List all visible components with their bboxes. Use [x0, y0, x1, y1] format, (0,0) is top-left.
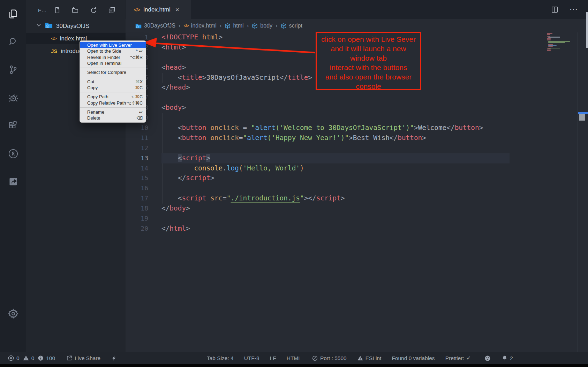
menu-separator: [80, 68, 146, 68]
language-status[interactable]: HTML: [287, 355, 301, 361]
eslint-status[interactable]: ESLint: [357, 355, 382, 361]
code-line-8: 8<body>: [126, 103, 588, 113]
tree-folder-30daysofjs[interactable]: 30DaysOfJS: [26, 21, 126, 31]
breadcrumb-item-30daysofjs[interactable]: 30DaysOfJS: [135, 23, 175, 29]
tab-index-html[interactable]: </> index.html ×: [126, 0, 191, 19]
line-number: 20: [126, 224, 148, 234]
new-folder-icon[interactable]: [71, 6, 80, 14]
breadcrumb-item-html[interactable]: html: [225, 23, 243, 29]
code-line-15: 15 </script>: [126, 173, 588, 183]
encoding-status[interactable]: UTF-8: [244, 355, 259, 361]
breadcrumb-separator: ›: [247, 22, 249, 29]
menu-item-copy-path[interactable]: Copy Path⌥⌘C: [80, 94, 146, 100]
variables-status[interactable]: Found 0 variables: [392, 355, 435, 361]
tab-label: index.html: [143, 6, 170, 13]
warning-icon: [23, 355, 29, 361]
editor-scrollbar[interactable]: [586, 12, 588, 48]
minimap[interactable]: [547, 33, 578, 54]
collapse-all-icon[interactable]: [108, 6, 116, 14]
breadcrumb-item-index-html[interactable]: </>index.html: [183, 23, 216, 29]
port-status[interactable]: Port : 5500: [312, 355, 347, 361]
tab-size-status[interactable]: Tab Size: 4: [207, 355, 234, 361]
line-number: 16: [126, 183, 148, 193]
notifications-status[interactable]: 2: [502, 355, 513, 361]
menu-shortcut: ↩: [139, 109, 143, 115]
explorer-header: E...: [26, 4, 126, 16]
smiley-icon: [484, 355, 491, 362]
html-file-icon: </>: [51, 36, 56, 41]
line-number: 17: [126, 193, 148, 204]
breadcrumb-item-body[interactable]: body: [252, 23, 272, 29]
info-status[interactable]: 100: [37, 355, 55, 361]
code-line-13: 13 <script>: [126, 153, 588, 163]
split-editor-icon[interactable]: [551, 6, 559, 14]
menu-item-rename[interactable]: Rename↩: [80, 109, 146, 115]
overview-ruler-selection-marker: [579, 114, 585, 121]
js-file-icon: JS: [51, 48, 57, 54]
line-number: 19: [126, 214, 148, 224]
code-line-19: 19: [126, 214, 588, 224]
errors-status[interactable]: 0: [8, 355, 20, 361]
menu-item-open-with-live-server[interactable]: Open with Live Server: [80, 42, 146, 48]
menu-item-reveal-in-finder[interactable]: Reveal in Finder⌥⌘R: [80, 54, 146, 60]
menu-shortcut: ^ ↩: [136, 48, 143, 54]
extensions-icon[interactable]: [0, 117, 26, 134]
menu-item-copy-relative-path[interactable]: Copy Relative Path⌥⇧⌘C: [80, 100, 146, 106]
menu-item-cut[interactable]: Cut⌘X: [80, 78, 146, 84]
minimap-line: [547, 39, 551, 40]
menu-separator: [80, 107, 146, 108]
refresh-icon[interactable]: [90, 6, 98, 14]
breadcrumb-separator: ›: [179, 22, 181, 29]
prettier-status[interactable]: Prettier:✓: [445, 355, 471, 361]
minimap-line: [547, 50, 551, 51]
annotation-text-line: window tab: [317, 53, 420, 63]
line-number: 15: [126, 173, 148, 183]
new-file-icon[interactable]: [53, 6, 61, 14]
share-extension-icon[interactable]: [0, 173, 26, 190]
menu-item-delete[interactable]: Delete⌫: [80, 115, 146, 121]
folder-icon: [45, 22, 53, 30]
annotation-text-line: click on open with Live Sever: [317, 35, 420, 44]
lightning-status[interactable]: [111, 355, 117, 361]
run-debug-icon[interactable]: [0, 90, 26, 106]
folder-label: 30DaysOfJS: [56, 23, 89, 30]
lightning-icon: [111, 355, 117, 361]
breadcrumb-item-script[interactable]: script: [281, 23, 302, 29]
menu-shortcut: ⌥⇧⌘C: [127, 100, 143, 106]
eol-status[interactable]: LF: [270, 355, 276, 361]
status-bar: 0 0 100 Live Share Tab Size: 4 UTF-8 LF …: [0, 352, 588, 364]
line-number: 10: [126, 123, 148, 133]
menu-item-open-to-the-side[interactable]: Open to the Side^ ↩: [80, 48, 146, 54]
line-number: 12: [126, 143, 148, 153]
minimap-line: [548, 42, 565, 43]
live-share-status[interactable]: Live Share: [66, 355, 100, 361]
code-line-12: 12: [126, 143, 588, 153]
window-bottom-edge: [0, 364, 588, 367]
line-number: 14: [126, 163, 148, 174]
breadcrumb-separator: ›: [276, 22, 278, 29]
menu-item-open-in-terminal[interactable]: Open in Terminal: [80, 60, 146, 66]
warnings-status[interactable]: 0: [23, 355, 35, 361]
menu-separator: [80, 77, 146, 77]
line-number: 18: [126, 204, 148, 214]
close-icon[interactable]: ×: [175, 6, 179, 13]
more-actions-icon[interactable]: ...: [570, 5, 578, 15]
menu-item-copy[interactable]: Copy⌘C: [80, 85, 146, 91]
context-menu: Open with Live ServerOpen to the Side^ ↩…: [80, 40, 146, 123]
breadcrumb-label: index.html: [191, 23, 217, 29]
source-control-icon[interactable]: [0, 61, 26, 78]
explorer-icon[interactable]: [0, 6, 26, 22]
bell-icon: [502, 355, 508, 361]
warning-icon: [357, 355, 363, 361]
feedback-smiley[interactable]: [484, 355, 491, 362]
settings-gear-icon[interactable]: [0, 305, 26, 322]
breadcrumb: 30DaysOfJS›</>index.html›html›body›scrip…: [126, 19, 588, 32]
minimap-line: [548, 46, 553, 47]
code-line-17: 17 <script src="./introduction.js"></scr…: [126, 193, 588, 204]
activity-bar: [0, 0, 26, 352]
annotation-text-line: and it will launch a new: [317, 44, 420, 53]
menu-item-select-for-compare[interactable]: Select for Compare: [80, 69, 146, 75]
search-icon[interactable]: [0, 33, 26, 50]
live-share-session-icon[interactable]: [0, 145, 26, 162]
check-icon: ✓: [466, 355, 471, 361]
